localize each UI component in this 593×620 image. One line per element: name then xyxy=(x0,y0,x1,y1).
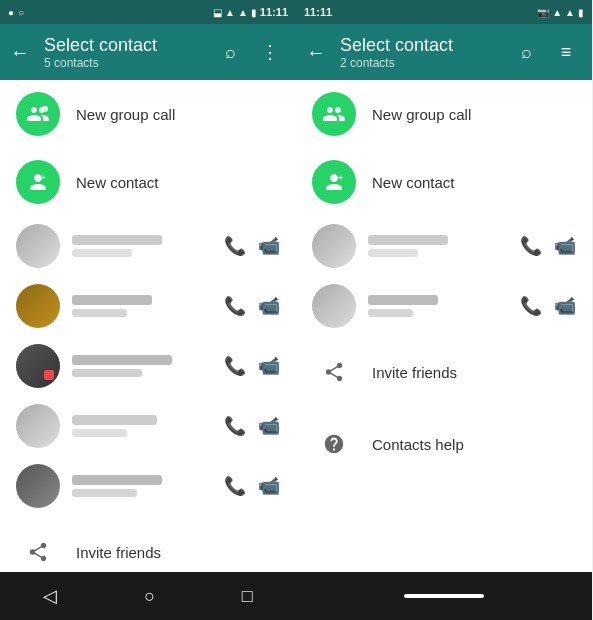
left-contact-name-5 xyxy=(72,475,162,485)
notification-dot: ● xyxy=(8,7,14,18)
home-nav-button[interactable]: ○ xyxy=(124,578,175,615)
left-contact-sub-1 xyxy=(72,249,132,257)
left-contact-info-1 xyxy=(72,235,212,257)
left-contact-sub-5 xyxy=(72,489,137,497)
svg-text:+: + xyxy=(44,107,47,113)
right-title-block: Select contact 2 contacts xyxy=(340,35,500,70)
call-button-1[interactable]: 📞 xyxy=(224,235,246,257)
right-search-button[interactable]: ⌕ xyxy=(508,34,544,70)
left-new-group-call[interactable]: + New group call xyxy=(0,80,296,148)
right-app-bar: ← Select contact 2 contacts ⌕ ≡ xyxy=(296,24,592,80)
left-contact-4[interactable]: 📞 📹 xyxy=(0,396,296,456)
right-wifi-icon: ▲ xyxy=(565,7,575,18)
right-contact-2[interactable]: 📞 📹 xyxy=(296,276,592,336)
right-avatar-1 xyxy=(312,224,356,268)
left-invite-friends[interactable]: Invite friends xyxy=(0,516,296,572)
left-status-right: ⬓ ▲ ▲ ▮ 11:11 xyxy=(213,6,288,18)
back-nav-button[interactable]: ◁ xyxy=(23,577,77,615)
left-title-block: Select contact 5 contacts xyxy=(44,35,204,70)
left-contact-name-3 xyxy=(72,355,172,365)
right-title: Select contact xyxy=(340,35,500,56)
right-contact-1[interactable]: 📞 📹 xyxy=(296,216,592,276)
svg-text:+: + xyxy=(338,173,343,183)
right-contact-name-2 xyxy=(368,295,438,305)
right-time: 11:11 xyxy=(304,6,332,18)
right-contacts-help[interactable]: Contacts help xyxy=(296,408,592,480)
right-phone-panel: 11:11 📷 ▲ ▲ ▮ ← Select contact 2 contact… xyxy=(296,0,592,620)
notification-dot2: ○ xyxy=(18,7,24,18)
left-bottom-nav: ◁ ○ □ xyxy=(0,572,296,620)
call-button-5[interactable]: 📞 xyxy=(224,475,246,497)
right-group-call-icon xyxy=(322,102,346,126)
left-new-contact[interactable]: + New contact xyxy=(0,148,296,216)
group-call-icon-circle: + xyxy=(16,92,60,136)
left-avatar-5 xyxy=(16,464,60,508)
right-contact-actions-2: 📞 📹 xyxy=(520,295,576,317)
left-status-icons: ● ○ xyxy=(8,7,24,18)
left-contact-sub-3 xyxy=(72,369,142,377)
left-contact-name-4 xyxy=(72,415,157,425)
signal-icon: ▲ xyxy=(225,7,235,18)
left-contact-2[interactable]: 📞 📹 xyxy=(0,276,296,336)
right-status-bar: 11:11 📷 ▲ ▲ ▮ xyxy=(296,0,592,24)
recents-nav-button[interactable]: □ xyxy=(222,578,273,615)
call-button-2[interactable]: 📞 xyxy=(224,295,246,317)
left-new-contact-label: New contact xyxy=(76,174,159,191)
right-new-contact-label: New contact xyxy=(372,174,455,191)
share-icon xyxy=(16,530,60,572)
left-avatar-2 xyxy=(16,284,60,328)
left-contact-actions-2: 📞 📹 xyxy=(224,295,280,317)
left-contact-info-5 xyxy=(72,475,212,497)
right-contacts-help-label: Contacts help xyxy=(372,436,464,453)
left-contact-actions-1: 📞 📹 xyxy=(224,235,280,257)
right-video-button-1[interactable]: 📹 xyxy=(554,235,576,257)
left-status-bar: ● ○ ⬓ ▲ ▲ ▮ 11:11 xyxy=(0,0,296,24)
video-button-5[interactable]: 📹 xyxy=(258,475,280,497)
right-contact-sub-1 xyxy=(368,249,418,257)
left-invite-friends-label: Invite friends xyxy=(76,544,161,561)
right-new-group-call-label: New group call xyxy=(372,106,471,123)
right-signal-icon: ▲ xyxy=(552,7,562,18)
right-video-button-2[interactable]: 📹 xyxy=(554,295,576,317)
right-invite-friends-label: Invite friends xyxy=(372,364,457,381)
left-contact-sub-2 xyxy=(72,309,127,317)
right-invite-friends[interactable]: Invite friends xyxy=(296,336,592,408)
left-contact-sub-4 xyxy=(72,429,127,437)
right-new-group-call[interactable]: New group call xyxy=(296,80,592,148)
left-subtitle: 5 contacts xyxy=(44,56,204,70)
right-contact-info-2 xyxy=(368,295,508,317)
svg-text:+: + xyxy=(41,173,46,182)
left-avatar-3 xyxy=(16,344,60,388)
video-button-2[interactable]: 📹 xyxy=(258,295,280,317)
left-contact-name-2 xyxy=(72,295,152,305)
left-contact-3[interactable]: 📞 📹 xyxy=(0,336,296,396)
right-back-button[interactable]: ← xyxy=(300,36,332,68)
video-button-3[interactable]: 📹 xyxy=(258,355,280,377)
right-more-button[interactable]: ≡ xyxy=(548,34,584,70)
call-button-4[interactable]: 📞 xyxy=(224,415,246,437)
left-contact-list: + New group call + New contact 📞 xyxy=(0,80,296,572)
right-subtitle: 2 contacts xyxy=(340,56,500,70)
video-button-1[interactable]: 📹 xyxy=(258,235,280,257)
right-new-contact-icon: + xyxy=(322,170,346,194)
new-contact-icon-circle: + xyxy=(16,160,60,204)
video-button-4[interactable]: 📹 xyxy=(258,415,280,437)
left-time: 11:11 xyxy=(260,6,288,18)
left-contact-1[interactable]: 📞 📹 xyxy=(0,216,296,276)
right-contact-list: New group call + New contact 📞 📹 xyxy=(296,80,592,572)
right-call-button-1[interactable]: 📞 xyxy=(520,235,542,257)
left-more-button[interactable]: ⋮ xyxy=(252,34,288,70)
right-photo-icon: 📷 xyxy=(537,7,549,18)
left-contact-info-3 xyxy=(72,355,212,377)
new-contact-icon: + xyxy=(26,170,50,194)
right-call-button-2[interactable]: 📞 xyxy=(520,295,542,317)
left-back-button[interactable]: ← xyxy=(4,36,36,68)
left-contact-5[interactable]: 📞 📹 xyxy=(0,456,296,516)
left-avatar-1 xyxy=(16,224,60,268)
left-contact-actions-4: 📞 📹 xyxy=(224,415,280,437)
right-group-call-icon-circle xyxy=(312,92,356,136)
nav-home-pill[interactable] xyxy=(404,594,484,598)
right-new-contact[interactable]: + New contact xyxy=(296,148,592,216)
left-search-button[interactable]: ⌕ xyxy=(212,34,248,70)
call-button-3[interactable]: 📞 xyxy=(224,355,246,377)
